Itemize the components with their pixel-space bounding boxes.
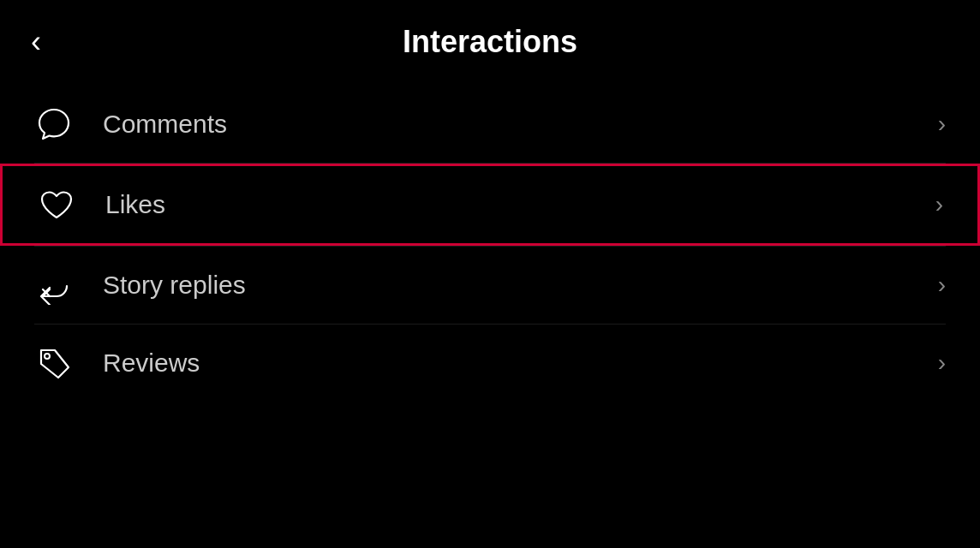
likes-label: Likes xyxy=(105,190,935,219)
interactions-screen: ‹ Interactions Comments › Likes › xyxy=(0,0,980,548)
svg-point-0 xyxy=(45,354,50,359)
reviews-chevron: › xyxy=(938,349,946,377)
header: ‹ Interactions xyxy=(0,0,980,77)
comments-label: Comments xyxy=(103,110,938,139)
comment-icon xyxy=(34,104,82,144)
menu-list: Comments › Likes › xyxy=(0,77,980,410)
menu-item-likes[interactable]: Likes › xyxy=(0,164,980,246)
likes-chevron: › xyxy=(935,191,943,218)
menu-item-comments[interactable]: Comments › xyxy=(0,86,980,163)
tag-icon xyxy=(34,343,82,383)
reviews-label: Reviews xyxy=(103,348,938,378)
story-replies-chevron: › xyxy=(938,271,946,299)
page-title: Interactions xyxy=(34,24,946,60)
heart-icon xyxy=(37,185,85,224)
menu-item-reviews[interactable]: Reviews › xyxy=(0,325,980,402)
comments-chevron: › xyxy=(938,110,946,138)
story-replies-label: Story replies xyxy=(103,271,938,300)
reply-icon xyxy=(34,265,82,305)
menu-item-story-replies[interactable]: Story replies › xyxy=(0,247,980,324)
back-button[interactable]: ‹ xyxy=(31,27,41,57)
